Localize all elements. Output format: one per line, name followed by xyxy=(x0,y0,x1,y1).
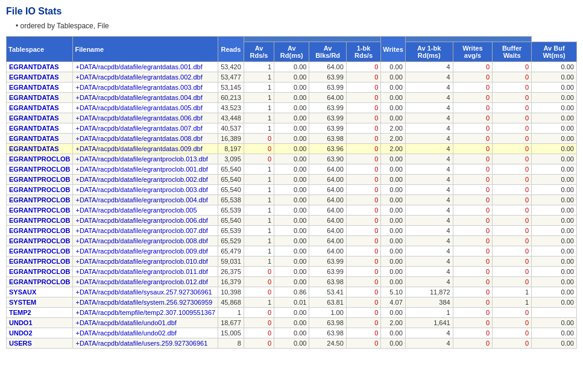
cell-filename: +DATA/racpdb/datafile/sysaux.257.9273069… xyxy=(73,287,218,297)
cell-1bk-rds-s: 0 xyxy=(346,103,381,113)
table-row: EGRANTPROCLOB+DATA/racpdb/datafile/egran… xyxy=(7,236,577,246)
cell-tablespace: EGRANTPROCLOB xyxy=(7,277,73,287)
cell-av-buf-wt-ms: 0.00 xyxy=(532,277,577,287)
cell-filename: +DATA/racpdb/datafile/egrantproclob.004.… xyxy=(73,195,218,205)
cell-av-buf-wt-ms: 0.00 xyxy=(532,134,577,144)
cell-reads: 53,145 xyxy=(218,82,244,93)
cell-buffer-waits: 0 xyxy=(493,164,532,175)
col-header-writes-avg-s: Writes avg/s xyxy=(453,42,492,62)
cell-writes-avg-s: 0 xyxy=(453,318,492,328)
cell-1bk-rds-s: 0 xyxy=(346,62,381,72)
cell-buffer-waits: 0 xyxy=(493,113,532,123)
cell-tablespace: EGRANTPROCLOB xyxy=(7,164,73,175)
table-row: TEMP2+DATA/racpdb/tempfile/temp2.307.100… xyxy=(7,308,577,318)
cell-av-1bk-rd-ms: 0.00 xyxy=(381,216,405,226)
cell-reads: 65,539 xyxy=(218,205,244,216)
cell-filename: +DATA/racpdb/datafile/egrantproclob.009.… xyxy=(73,246,218,257)
cell-av-rd-ms: 0.00 xyxy=(274,246,309,257)
cell-1bk-rds-s: 0 xyxy=(346,287,381,297)
cell-buffer-waits: 0 xyxy=(493,216,532,226)
cell-av-blks-rd: 64.00 xyxy=(309,62,346,72)
table-row: UNDO1+DATA/racpdb/datafile/undo01.dbf18,… xyxy=(7,318,577,328)
cell-av-rds-s: 1 xyxy=(244,246,274,257)
cell-writes-avg-s: 0 xyxy=(453,277,492,287)
cell-av-1bk-rd-ms: 0.00 xyxy=(381,93,405,103)
cell-buffer-waits: 0 xyxy=(493,236,532,246)
cell-av-1bk-rd-ms: 0.00 xyxy=(381,205,405,216)
cell-av-blks-rd: 24.50 xyxy=(309,338,346,349)
cell-av-rd-ms: 0.00 xyxy=(274,205,309,216)
cell-tablespace: EGRANTPROCLOB xyxy=(7,175,73,185)
cell-av-buf-wt-ms: 0.00 xyxy=(532,318,577,328)
cell-av-rds-s: 1 xyxy=(244,72,274,82)
cell-reads: 43,523 xyxy=(218,103,244,113)
cell-av-rd-ms: 0.00 xyxy=(274,175,309,185)
cell-tablespace: EGRANTPROCLOB xyxy=(7,246,73,257)
cell-buffer-waits: 0 xyxy=(493,154,532,164)
cell-tablespace: EGRANTDATAS xyxy=(7,113,73,123)
col-header-reads: Reads xyxy=(218,37,244,62)
cell-filename: +DATA/racpdb/datafile/egrantdatas.003.db… xyxy=(73,82,218,93)
cell-av-buf-wt-ms: 0.00 xyxy=(532,175,577,185)
cell-av-buf-wt-ms: 0.00 xyxy=(532,216,577,226)
cell-av-buf-wt-ms: 0.00 xyxy=(532,123,577,134)
cell-av-blks-rd: 64.00 xyxy=(309,226,346,236)
table-row: EGRANTDATAS+DATA/racpdb/datafile/egrantd… xyxy=(7,93,577,103)
cell-av-rds-s: 0 xyxy=(244,328,274,338)
cell-writes-avg-s: 0 xyxy=(453,216,492,226)
cell-writes: 4 xyxy=(405,216,453,226)
table-row: SYSAUX+DATA/racpdb/datafile/sysaux.257.9… xyxy=(7,287,577,297)
cell-av-rds-s: 1 xyxy=(244,205,274,216)
cell-av-rd-ms: 0.01 xyxy=(274,297,309,308)
cell-reads: 53,477 xyxy=(218,72,244,82)
cell-av-rds-s: 1 xyxy=(244,82,274,93)
cell-filename: +DATA/racpdb/datafile/egrantproclob.005 xyxy=(73,205,218,216)
cell-av-1bk-rd-ms: 5.10 xyxy=(381,287,405,297)
cell-av-buf-wt-ms: 0.00 xyxy=(532,82,577,93)
cell-reads: 60,213 xyxy=(218,93,244,103)
cell-writes: 4 xyxy=(405,236,453,246)
cell-writes-avg-s: 0 xyxy=(453,62,492,72)
cell-1bk-rds-s: 0 xyxy=(346,195,381,205)
cell-buffer-waits: 0 xyxy=(493,103,532,113)
cell-av-buf-wt-ms: 0.00 xyxy=(532,297,577,308)
cell-writes: 1 xyxy=(405,308,453,318)
cell-av-rd-ms: 0.00 xyxy=(274,113,309,123)
cell-writes-avg-s: 0 xyxy=(453,226,492,236)
cell-reads: 65,540 xyxy=(218,185,244,195)
cell-reads: 16,389 xyxy=(218,134,244,144)
cell-writes: 4 xyxy=(405,113,453,123)
cell-reads: 59,031 xyxy=(218,257,244,267)
cell-filename: +DATA/racpdb/datafile/egrantdatas.004.db… xyxy=(73,93,218,103)
cell-writes: 4 xyxy=(405,226,453,236)
cell-av-1bk-rd-ms: 0.00 xyxy=(381,308,405,318)
table-row: EGRANTDATAS+DATA/racpdb/datafile/egrantd… xyxy=(7,123,577,134)
cell-av-1bk-rd-ms: 0.00 xyxy=(381,277,405,287)
cell-filename: +DATA/racpdb/datafile/undo02.dbf xyxy=(73,328,218,338)
cell-tablespace: EGRANTPROCLOB xyxy=(7,267,73,277)
cell-tablespace: EGRANTDATAS xyxy=(7,72,73,82)
cell-buffer-waits: 0 xyxy=(493,82,532,93)
cell-1bk-rds-s: 0 xyxy=(346,328,381,338)
cell-av-rds-s: 1 xyxy=(244,226,274,236)
cell-writes-avg-s: 0 xyxy=(453,175,492,185)
cell-av-blks-rd: 63.81 xyxy=(309,297,346,308)
cell-av-blks-rd: 63.96 xyxy=(309,144,346,154)
cell-filename: +DATA/racpdb/datafile/egrantproclob.012.… xyxy=(73,277,218,287)
cell-filename: +DATA/racpdb/datafile/egrantproclob.006.… xyxy=(73,216,218,226)
cell-av-buf-wt-ms: 0.00 xyxy=(532,164,577,175)
cell-tablespace: EGRANTPROCLOB xyxy=(7,216,73,226)
table-row: EGRANTDATAS+DATA/racpdb/datafile/egrantd… xyxy=(7,62,577,72)
cell-av-1bk-rd-ms: 0.00 xyxy=(381,328,405,338)
page-title: File IO Stats xyxy=(6,6,577,17)
cell-av-1bk-rd-ms: 2.00 xyxy=(381,318,405,328)
cell-writes-avg-s: 0 xyxy=(453,267,492,277)
cell-writes-avg-s: 0 xyxy=(453,236,492,246)
cell-tablespace: TEMP2 xyxy=(7,308,73,318)
cell-1bk-rds-s: 0 xyxy=(346,297,381,308)
col-header-filename: Filename xyxy=(73,37,218,62)
cell-1bk-rds-s: 0 xyxy=(346,226,381,236)
cell-filename: +DATA/racpdb/datafile/egrantproclob.008.… xyxy=(73,236,218,246)
cell-writes-avg-s: 0 xyxy=(453,103,492,113)
cell-writes-avg-s: 0 xyxy=(453,257,492,267)
